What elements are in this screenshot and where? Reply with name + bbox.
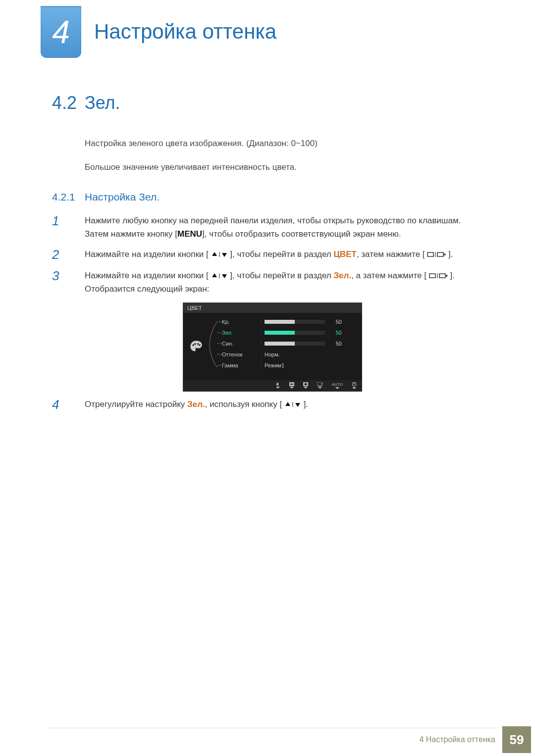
osd-row-gamma: Гамма : Режим1	[222, 360, 357, 370]
subsection-title: Настройка Зел.	[85, 191, 160, 202]
step-number: 1	[52, 214, 85, 241]
osd-row-blue: Син. : 50	[222, 339, 357, 349]
step-4: 4 Отрегулируйте настройку Зел., использу…	[52, 398, 471, 412]
up-down-icon	[211, 272, 228, 279]
osd-back-icon	[275, 382, 280, 389]
steps-list: 1 Нажмите любую кнопку на передней панел…	[52, 214, 471, 412]
osd-title: ЦВЕТ	[183, 303, 362, 313]
osd-value: 50	[328, 319, 342, 325]
osd-row-tone: Оттенок : Норм.	[222, 350, 357, 359]
osd-plus-icon	[303, 382, 308, 389]
osd-row-red: Кр. : 50	[222, 317, 357, 327]
step-text: ], чтобы отобразить соответствующий экра…	[202, 229, 401, 239]
osd-auto-label: AUTO	[332, 382, 343, 389]
step-2: 2 Нажимайте на изделии кнопки [ ], чтобы…	[52, 248, 471, 262]
osd-power-icon	[352, 382, 357, 389]
osd-row-green: Зел. : 50	[222, 328, 357, 338]
section-number: 4.2	[52, 93, 85, 113]
osd-value: Норм.	[265, 352, 280, 357]
chapter-number-tab: 4	[41, 6, 81, 58]
intro-paragraph-2: Большое значение увеличивает интенсивнос…	[85, 161, 471, 174]
step-text: Нажимайте на изделии кнопки [	[85, 271, 209, 280]
osd-value: 50	[328, 330, 342, 336]
link-green: Зел.	[187, 400, 205, 409]
up-down-icon	[284, 401, 301, 408]
up-down-icon	[211, 251, 228, 258]
osd-label: Зел.	[222, 330, 259, 336]
svg-rect-0	[428, 252, 433, 256]
source-enter-icon	[427, 251, 446, 258]
osd-arc-decor	[202, 320, 222, 369]
osd-slider-red	[265, 320, 325, 324]
section-heading: 4.2Зел.	[52, 93, 471, 113]
osd-value: Режим1	[265, 362, 284, 368]
svg-rect-9	[317, 382, 322, 386]
osd-minus-icon	[289, 382, 294, 389]
page-number: 59	[502, 726, 531, 753]
subsection-number: 4.2.1	[52, 191, 85, 203]
step-text: , затем нажмите [	[357, 250, 425, 259]
step-number: 3	[52, 269, 85, 296]
osd-slider-blue	[265, 342, 325, 346]
step-text: , а затем нажмите [	[351, 271, 427, 280]
osd-label: Син.	[222, 341, 259, 347]
step-text: Нажимайте на изделии кнопки [	[85, 250, 209, 259]
step-text: ].	[448, 250, 453, 259]
step-1: 1 Нажмите любую кнопку на передней панел…	[52, 214, 471, 241]
menu-label: MENU	[177, 229, 202, 239]
intro-paragraph-1: Настройка зеленого цвета изображения. (Д…	[85, 137, 471, 150]
palette-icon	[189, 340, 203, 353]
step-text: , используя кнопку [	[205, 400, 282, 409]
svg-rect-3	[439, 274, 445, 278]
step-number: 2	[52, 248, 85, 262]
svg-rect-11	[354, 382, 354, 384]
osd-value: 50	[328, 341, 342, 347]
svg-rect-2	[429, 274, 435, 278]
page-footer: 4 Настройка оттенка 59	[0, 726, 535, 753]
osd-label: Гамма	[222, 362, 259, 368]
svg-rect-5	[290, 384, 293, 385]
step-text: Отрегулируйте настройку	[85, 400, 187, 409]
osd-slider-green	[265, 331, 325, 335]
osd-footer: AUTO	[183, 380, 362, 391]
link-color: ЦВЕТ	[333, 250, 356, 259]
osd-label: Оттенок	[222, 352, 259, 357]
step-text: ].	[304, 400, 308, 409]
section-title: Зел.	[85, 93, 120, 113]
step-3: 3 Нажимайте на изделии кнопки [ ], чтобы…	[52, 269, 471, 296]
chapter-header: 4 Настройка оттенка	[0, 0, 535, 58]
osd-screenshot: ЦВЕТ Кр. : 50	[183, 302, 362, 392]
step-number: 4	[52, 398, 85, 412]
step-text: ], чтобы перейти в раздел	[230, 271, 333, 280]
osd-label: Кр.	[222, 319, 259, 325]
svg-rect-8	[305, 383, 306, 386]
link-green: Зел.	[333, 271, 351, 280]
subsection-heading: 4.2.1Настройка Зел.	[52, 191, 471, 203]
osd-enter-icon	[317, 382, 323, 389]
footer-chapter-ref: 4 Настройка оттенка	[419, 735, 495, 744]
svg-rect-1	[437, 252, 443, 256]
source-enter-icon	[429, 272, 448, 279]
step-text: ], чтобы перейти в раздел	[230, 250, 333, 259]
chapter-title: Настройка оттенка	[94, 20, 276, 44]
